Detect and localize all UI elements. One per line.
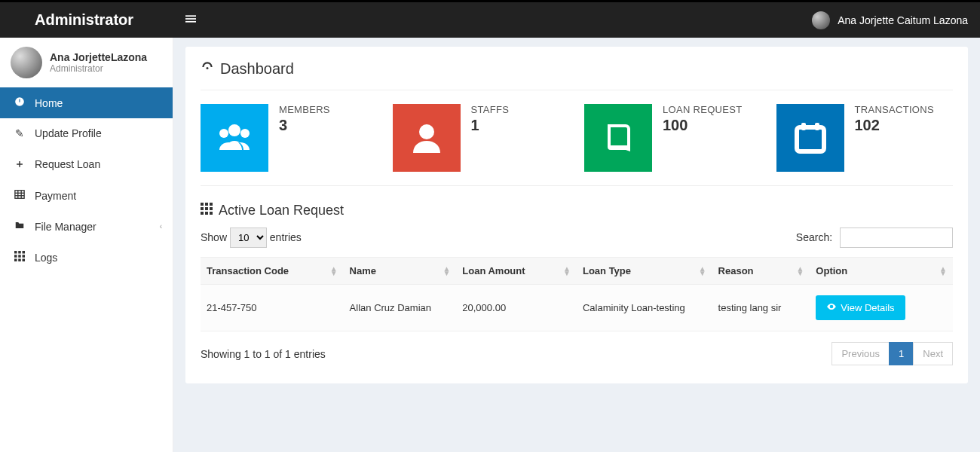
col-loan-amount[interactable]: Loan Amount▲▼ (456, 258, 577, 285)
sidebar-item-label: File Manager (35, 221, 96, 233)
svg-rect-30 (201, 207, 204, 210)
sidebar-item-label: Payment (35, 190, 76, 202)
col-option[interactable]: Option▲▼ (810, 258, 953, 285)
entries-length: Show 10 entries (201, 228, 302, 248)
svg-rect-1 (185, 18, 196, 20)
col-reason[interactable]: Reason▲▼ (712, 258, 810, 285)
col-name[interactable]: Name▲▼ (344, 258, 457, 285)
stat-staffs[interactable]: STAFFS 1 (393, 104, 570, 172)
cell-code: 21-457-750 (201, 285, 344, 331)
active-loan-table: Transaction Code▲▼ Name▲▼ Loan Amount▲▼ … (201, 257, 953, 331)
table-row: 21-457-750 Allan Cruz Damian 20,000.00 C… (201, 285, 953, 331)
sort-icon: ▲▼ (939, 267, 947, 276)
pager-next[interactable]: Next (913, 342, 953, 365)
svg-rect-33 (201, 212, 204, 215)
search-input[interactable] (840, 228, 953, 248)
svg-point-20 (228, 124, 240, 136)
svg-rect-18 (23, 259, 26, 262)
svg-rect-17 (18, 259, 21, 262)
svg-point-23 (419, 124, 434, 139)
sort-icon: ▲▼ (330, 267, 338, 276)
brand-title[interactable]: Administrator (0, 2, 173, 38)
svg-rect-35 (210, 212, 213, 215)
section-title-active-loan: Active Loan Request (201, 203, 953, 218)
svg-rect-14 (18, 255, 21, 258)
cell-type: Calaminity Loan-testing (577, 285, 712, 331)
stat-label: TRANSACTIONS (855, 104, 934, 115)
table-info: Showing 1 to 1 of 1 entries (201, 348, 326, 360)
stat-label: LOAN REQUEST (663, 104, 742, 115)
sort-icon: ▲▼ (563, 267, 571, 276)
chevron-left-icon: ‹ (160, 222, 162, 231)
cell-name: Allan Cruz Damian (344, 285, 457, 331)
stat-label: STAFFS (471, 104, 510, 115)
svg-rect-32 (210, 207, 213, 210)
col-loan-type[interactable]: Loan Type▲▼ (577, 258, 712, 285)
svg-rect-12 (23, 251, 26, 254)
svg-rect-10 (14, 251, 17, 254)
stat-value: 3 (279, 117, 330, 134)
stat-label: MEMBERS (279, 104, 330, 115)
sidebar-item-label: Logs (35, 252, 57, 264)
menu-toggle-icon[interactable] (185, 14, 196, 27)
svg-point-22 (240, 129, 250, 138)
svg-rect-16 (14, 259, 17, 262)
sidebar: Ana JorjetteLazona Administrator Home ✎ … (0, 38, 173, 452)
sort-icon: ▲▼ (443, 267, 450, 276)
svg-rect-13 (14, 255, 17, 258)
sidebar-username: Ana JorjetteLazona (50, 51, 147, 63)
svg-rect-34 (205, 212, 208, 215)
col-transaction-code[interactable]: Transaction Code▲▼ (201, 258, 344, 285)
stat-members[interactable]: MEMBERS 3 (201, 104, 378, 172)
grid-icon (14, 251, 26, 264)
sidebar-item-request-loan[interactable]: ＋ Request Loan (0, 148, 173, 180)
sidebar-item-label: Request Loan (35, 158, 100, 170)
svg-rect-11 (18, 251, 21, 254)
header-username: Ana Jorjette Caitum Lazona (838, 14, 968, 26)
svg-rect-28 (205, 203, 208, 206)
stat-value: 1 (471, 117, 510, 134)
cell-amount: 20,000.00 (456, 285, 577, 331)
user-menu[interactable]: Ana Jorjette Caitum Lazona (812, 11, 968, 29)
svg-rect-5 (15, 191, 24, 199)
svg-rect-31 (205, 207, 208, 210)
stat-transactions[interactable]: TRANSACTIONS 102 (776, 104, 954, 172)
calendar-icon (776, 104, 844, 172)
book-icon (584, 104, 652, 172)
svg-rect-24 (797, 127, 824, 151)
cell-option: View Details (810, 285, 953, 331)
eye-icon (826, 301, 837, 314)
sidebar-item-update-profile[interactable]: ✎ Update Profile (0, 118, 173, 148)
svg-point-36 (831, 306, 832, 307)
entries-select[interactable]: 10 (230, 228, 267, 248)
sidebar-item-home[interactable]: Home (0, 87, 173, 118)
folder-icon (14, 220, 26, 233)
user-icon (393, 104, 461, 172)
pager-prev[interactable]: Previous (831, 342, 890, 365)
dashboard-icon (201, 60, 214, 78)
dashboard-icon (14, 96, 26, 109)
svg-rect-29 (210, 203, 213, 206)
pager-page-1[interactable]: 1 (889, 342, 914, 365)
sidebar-item-logs[interactable]: Logs (0, 242, 173, 273)
pencil-icon: ✎ (14, 127, 26, 139)
svg-point-21 (219, 129, 228, 138)
sidebar-item-label: Update Profile (35, 127, 102, 139)
svg-rect-25 (801, 123, 806, 130)
svg-rect-15 (23, 255, 26, 258)
users-icon (201, 104, 268, 172)
svg-rect-0 (185, 15, 196, 17)
sidebar-user-role: Administrator (50, 63, 147, 74)
sort-icon: ▲▼ (699, 267, 706, 276)
svg-rect-2 (185, 20, 196, 22)
view-details-button[interactable]: View Details (816, 295, 905, 320)
plus-icon: ＋ (14, 157, 26, 171)
svg-rect-26 (815, 123, 819, 130)
avatar-icon (812, 11, 830, 29)
stat-value: 100 (663, 117, 742, 134)
sidebar-item-file-manager[interactable]: File Manager ‹ (0, 211, 173, 242)
svg-rect-27 (201, 203, 204, 206)
stat-loan-request[interactable]: LOAN REQUEST 100 (584, 104, 761, 172)
sidebar-item-payment[interactable]: Payment (0, 180, 173, 211)
pager: Previous 1 Next (832, 342, 953, 365)
